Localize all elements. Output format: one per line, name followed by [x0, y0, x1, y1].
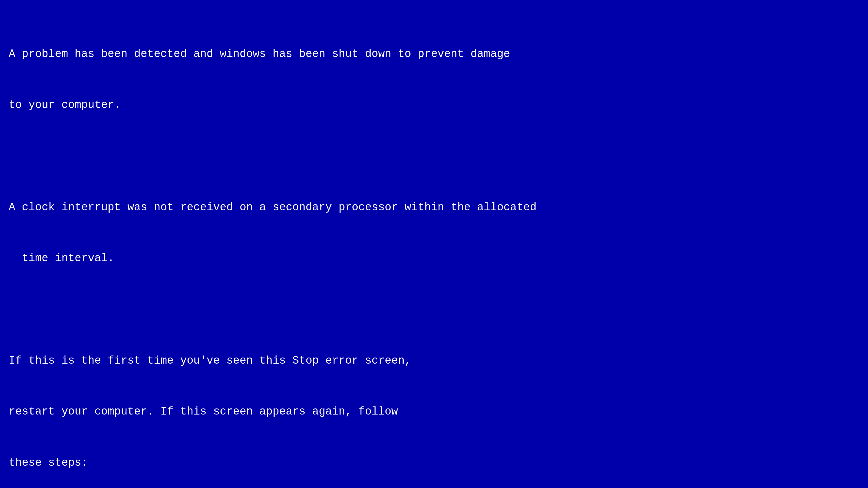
bsod-line-2: to your computer.: [9, 97, 859, 114]
bsod-screen: A problem has been detected and windows …: [0, 0, 868, 488]
bsod-line-3: A clock interrupt was not received on a …: [9, 199, 859, 216]
bsod-spacer-2: [9, 301, 859, 318]
bsod-line-7: these steps:: [9, 454, 859, 471]
bsod-spacer-1: [9, 148, 859, 165]
bsod-line-6: restart your computer. If this screen ap…: [9, 403, 859, 420]
bsod-line-4: time interval.: [9, 250, 859, 267]
bsod-line-5: If this is the first time you've seen th…: [9, 352, 859, 369]
bsod-line-1: A problem has been detected and windows …: [9, 46, 859, 63]
